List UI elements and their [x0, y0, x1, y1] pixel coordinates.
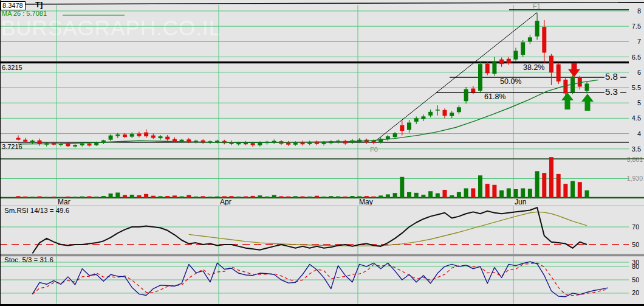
- candle-body: [557, 64, 561, 82]
- candle-body: [499, 60, 504, 64]
- rsi-70-label: 70: [632, 223, 639, 231]
- candle-body: [16, 138, 21, 140]
- chart-canvas[interactable]: 87.576.565.554.543.53,8611,9307050308050…: [0, 0, 644, 306]
- price-axis-tick: 3.5: [632, 145, 641, 153]
- stoch-axis-tick: 20: [632, 289, 639, 296]
- candle-body: [457, 107, 461, 112]
- price-axis-tick: 5.5: [632, 84, 641, 91]
- candle-body: [443, 110, 447, 116]
- volume-bar: [492, 185, 496, 198]
- month-label: Jun: [515, 198, 526, 206]
- fib-f0-label: F0: [370, 146, 378, 153]
- price-axis-tick: 7: [637, 38, 641, 45]
- volume-bar: [251, 196, 255, 198]
- price-axis-tick: 6.5: [632, 54, 641, 61]
- volume-bar: [187, 195, 191, 198]
- fib-618-label: 61.8%: [484, 93, 505, 102]
- volume-bar: [244, 196, 248, 198]
- volume-bar: [59, 197, 63, 198]
- volume-bar: [137, 195, 141, 198]
- volume-bar: [585, 190, 589, 198]
- volume-axis-tick: 1,930: [627, 175, 643, 182]
- volume-bar: [180, 196, 184, 198]
- volume-bar: [428, 191, 433, 198]
- sell-arrow-icon: [568, 63, 580, 77]
- volume-bar: [23, 196, 27, 198]
- month-label: May: [359, 198, 373, 206]
- candle-body: [215, 141, 219, 142]
- candle-body: [130, 134, 134, 137]
- volume-bar: [372, 196, 376, 198]
- rsi-smooth-line: [189, 212, 587, 246]
- rsi-50-label: 50: [632, 241, 639, 248]
- top-border-line: [0, 2, 644, 4]
- candle-body: [115, 134, 120, 136]
- candle-body: [87, 144, 92, 146]
- volume-bar: [329, 196, 333, 198]
- candle-body: [492, 62, 496, 74]
- volume-bar: [393, 193, 397, 198]
- candle-body: [585, 83, 589, 91]
- volume-bar: [557, 174, 561, 198]
- volume-bar: [109, 193, 113, 198]
- stochastic-indicator-label: Stoc. 5/3 = 31.6: [4, 256, 53, 264]
- volume-bar: [443, 190, 447, 198]
- volume-bar: [307, 196, 312, 198]
- volume-bar: [230, 196, 234, 198]
- volume-bar: [343, 196, 348, 198]
- volume-bar: [236, 196, 241, 198]
- price-axis-tick: 4.5: [632, 114, 641, 122]
- stoch-axis-tick: 50: [632, 276, 639, 283]
- candle-body: [436, 110, 440, 110]
- candle-body: [144, 133, 148, 137]
- candle-body: [464, 89, 468, 102]
- volume-bar: [407, 192, 411, 198]
- volume-bar: [94, 196, 98, 198]
- fib-382-label: 38.2%: [523, 64, 544, 72]
- volume-bar: [144, 194, 148, 198]
- candle-body: [173, 139, 177, 142]
- buy-arrow-icon: [561, 92, 574, 110]
- candle-body: [528, 37, 532, 41]
- volume-bar: [44, 197, 49, 198]
- volume-bar: [123, 195, 127, 198]
- volume-bar: [279, 196, 283, 198]
- volume-bar: [52, 196, 56, 198]
- stoch-d-line: [32, 263, 608, 295]
- candle-body: [485, 64, 490, 74]
- volume-bar: [101, 196, 106, 198]
- price-tag-53: 5.3: [605, 87, 618, 97]
- volume-bar: [301, 196, 305, 198]
- price-tag-58: 5.8: [605, 72, 618, 82]
- candle-body: [251, 143, 255, 145]
- candle-body: [123, 134, 127, 137]
- level-label-high: 6.3215: [2, 64, 22, 71]
- candle-body: [165, 137, 170, 140]
- month-label: Apr: [220, 198, 231, 206]
- volume-bar: [350, 196, 354, 198]
- candle-body: [549, 56, 553, 73]
- volume-bar: [450, 195, 454, 198]
- candle-body: [414, 118, 419, 122]
- volume-bar: [386, 194, 390, 198]
- volume-bar: [436, 193, 440, 198]
- volume-bar: [499, 190, 504, 198]
- candle-body: [507, 59, 511, 63]
- last-price-box[interactable]: 8.3478: [1, 1, 26, 10]
- candle-body: [421, 116, 425, 119]
- candle-body: [478, 64, 482, 91]
- rsi-indicator-label: Sm.RSI 14/13 = 49.6: [4, 207, 69, 215]
- candle-body: [80, 144, 84, 145]
- volume-bar: [357, 196, 361, 198]
- candle-body: [151, 136, 156, 138]
- volume-bar: [30, 197, 35, 198]
- candle-body: [542, 27, 546, 52]
- volume-bar: [570, 181, 575, 198]
- volume-bar: [272, 195, 276, 198]
- volume-bar: [365, 196, 369, 198]
- candle-body: [137, 134, 141, 136]
- volume-bar: [507, 189, 511, 198]
- candle-body: [471, 89, 475, 93]
- candle-body: [372, 141, 376, 143]
- candle-body: [428, 112, 433, 116]
